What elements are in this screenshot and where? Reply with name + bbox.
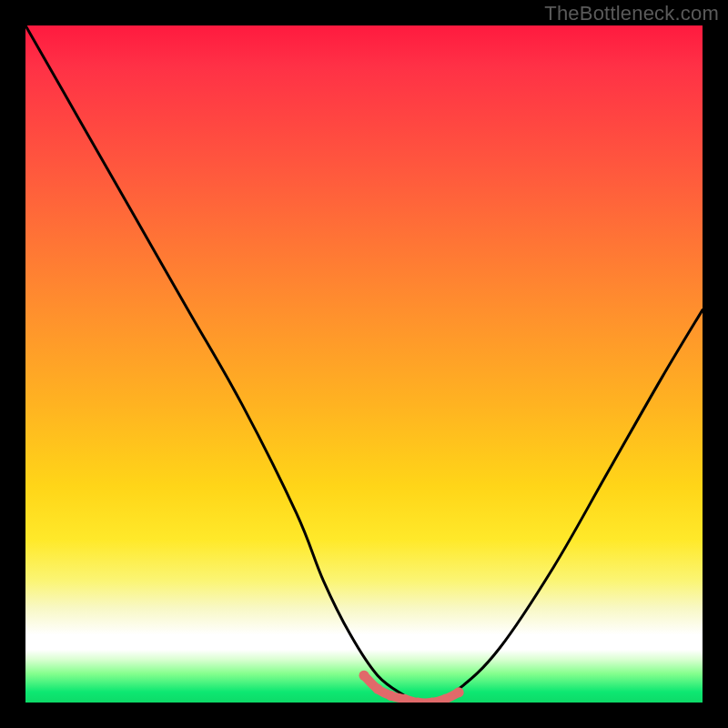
- trough-dot: [386, 691, 396, 701]
- watermark-label: TheBottleneck.com: [544, 2, 719, 25]
- trough-dot: [372, 684, 382, 694]
- bottleneck-curve: [25, 25, 703, 703]
- trough-dot: [454, 687, 464, 697]
- plot-area: [25, 25, 703, 703]
- chart-frame: TheBottleneck.com: [0, 0, 728, 728]
- trough-dot: [359, 671, 369, 681]
- curve-layer: [25, 25, 703, 703]
